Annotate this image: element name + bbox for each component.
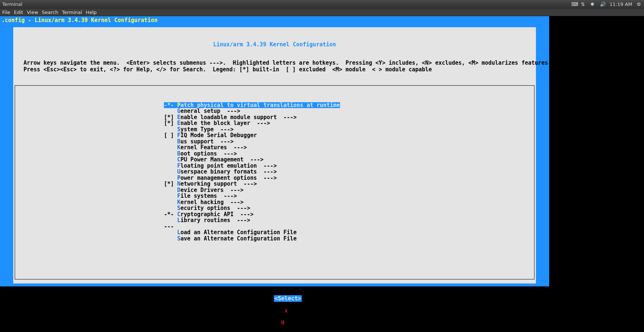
menu-item-prefix: [ ] [164, 132, 177, 139]
menu-item-label: Device Drivers ---> [177, 187, 244, 193]
menu-item-prefix [164, 163, 177, 169]
menu-item-text: ower management options ---> [180, 175, 277, 181]
menu-item[interactable]: CPU Power Management ---> [164, 157, 534, 163]
menu-item-prefix: [*] [164, 120, 177, 126]
menu-item-text: oot options ---> [180, 150, 237, 157]
dialog-buttons: <Select> < Exit > < Help > [13, 290, 536, 332]
menu-item-label: General setup ---> [177, 108, 240, 114]
menu-item-hotkey: C [177, 156, 180, 163]
menu-item[interactable]: --- [164, 224, 534, 230]
gear-icon[interactable]: ⚙ [637, 1, 642, 7]
dialog-help-line-1: Arrow keys navigate the menu. <Enter> se… [13, 60, 536, 67]
select-button[interactable]: <Select> [274, 295, 302, 302]
menu-item-text: ave an Alternate Configuration File [180, 235, 297, 242]
menu-terminal[interactable]: Terminal [62, 10, 82, 15]
menu-item-hotkey: E [177, 120, 180, 126]
menu-item-prefix: -*- [164, 102, 177, 108]
menu-item-hotkey: P [177, 102, 180, 108]
menu-item-hotkey: S [177, 235, 180, 242]
menu-item-label: Enable the block layer ---> [177, 120, 270, 126]
menu-item-label: FIQ Mode Serial Debugger [177, 132, 257, 139]
menu-item-label: Power management options ---> [177, 175, 277, 181]
menu-item-text: ile systems ---> [180, 193, 237, 199]
volume-icon[interactable]: 🔊 [600, 1, 605, 7]
menu-item-prefix [164, 199, 177, 206]
keyboard-icon[interactable]: ⌨ [571, 1, 576, 7]
menu-item-hotkey: P [177, 175, 180, 181]
menu-item-hotkey: U [177, 168, 180, 175]
menuconfig-dialog: Linux/arm 3.4.39 Kernel Configuration Ar… [13, 27, 536, 283]
menu-box: -*- Patch physical to virtual translatio… [15, 85, 534, 279]
clock[interactable]: 11:19 AM [609, 1, 632, 7]
menu-item-text: etworking support ---> [180, 181, 257, 187]
menu-item-label: File systems ---> [177, 193, 237, 199]
menu-item-hotkey: K [177, 199, 180, 206]
menu-item[interactable]: -*- Patch physical to virtual translatio… [164, 102, 534, 108]
menu-item[interactable]: Floating point emulation ---> [164, 163, 534, 169]
menu-item[interactable]: Kernel Features ---> [164, 144, 534, 151]
menu-item-label: Load an Alternate Configuration File [177, 229, 297, 236]
menu-item-hotkey: E [177, 114, 180, 121]
menu-item-text: nable loadable module support ---> [180, 114, 297, 121]
menu-item-text: atch physical to virtual translations at… [180, 102, 340, 108]
menu-item[interactable]: Device Drivers ---> [164, 187, 534, 193]
menu-item-label: Save an Alternate Configuration File [177, 236, 297, 242]
menu-item-prefix [164, 175, 177, 181]
menu-item[interactable]: Kernel hacking ---> [164, 199, 534, 206]
menu-item-hotkey: L [177, 217, 180, 224]
menu-file[interactable]: File [2, 10, 10, 15]
menu-search[interactable]: Search [42, 10, 58, 15]
menu-item-prefix [164, 169, 177, 175]
menu-item-prefix [164, 144, 177, 151]
menuconfig-frame: .config - Linux/arm 3.4.39 Kernel Config… [0, 16, 549, 286]
menu-item-prefix [164, 217, 177, 224]
menu-item[interactable]: Library routines ---> [164, 217, 534, 224]
menu-item-hotkey: B [177, 138, 180, 145]
exit-button[interactable]: < Exit > [274, 307, 302, 314]
menu-view[interactable]: View [27, 10, 38, 15]
terminal-area[interactable]: .config - Linux/arm 3.4.39 Kernel Config… [0, 16, 644, 332]
menu-item-hotkey: F [177, 193, 180, 199]
menu-item[interactable]: [*] Enable loadable module support ---> [164, 114, 534, 121]
menu-item-text: loating point emulation ---> [180, 163, 277, 169]
menu-item[interactable]: Security options ---> [164, 205, 534, 211]
menu-item[interactable]: General setup ---> [164, 108, 534, 114]
menu-item-hotkey: D [177, 187, 180, 193]
menu-item-text: ecurity options ---> [180, 205, 250, 211]
menu-item-label: Kernel Features ---> [177, 144, 247, 151]
menu-item[interactable]: Save an Alternate Configuration File [164, 236, 534, 242]
window-titlebar: Terminal ⌨ ⇅ ✱ 🔊 11:19 AM ⚙ [0, 0, 644, 8]
menu-edit[interactable]: Edit [14, 10, 23, 15]
menu-item-label: Kernel hacking ---> [177, 199, 244, 206]
menu-item[interactable]: [*] Enable the block layer ---> [164, 120, 534, 126]
menu-item[interactable]: System Type ---> [164, 126, 534, 133]
menu-item-label: Bus support ---> [177, 139, 234, 145]
menu-item-prefix [164, 193, 177, 199]
menu-item[interactable]: Load an Alternate Configuration File [164, 229, 534, 236]
menu-item[interactable]: Bus support ---> [164, 139, 534, 145]
menu-item-hotkey: F [177, 132, 180, 139]
menu-item-label: Cryptographic API ---> [177, 211, 254, 218]
menu-item-prefix: [*] [164, 181, 177, 187]
menu-item[interactable]: [ ] FIQ Mode Serial Debugger [164, 132, 534, 139]
menu-item-prefix: -*- [164, 211, 177, 218]
menu-item-text: evice Drivers ---> [180, 187, 244, 193]
menu-item[interactable]: File systems ---> [164, 193, 534, 199]
menu-list[interactable]: -*- Patch physical to virtual translatio… [164, 102, 534, 242]
menu-item-label: Floating point emulation ---> [177, 163, 277, 169]
network-icon[interactable]: ⇅ [581, 1, 586, 7]
menu-item[interactable]: -*- Cryptographic API ---> [164, 211, 534, 218]
menu-item-label: Enable loadable module support ---> [177, 114, 297, 121]
menu-item[interactable]: Userspace binary formats ---> [164, 169, 534, 175]
menu-item-label: System Type ---> [177, 126, 234, 133]
menu-item[interactable]: Boot options ---> [164, 151, 534, 157]
menu-help[interactable]: Help [86, 10, 97, 15]
dialog-help-line-2: Press <Esc><Esc> to exit, <?> for Help, … [13, 67, 536, 74]
bluetooth-icon[interactable]: ✱ [590, 1, 595, 7]
menu-item[interactable]: [*] Networking support ---> [164, 181, 534, 187]
menu-item-prefix [164, 126, 177, 133]
system-tray: ⌨ ⇅ ✱ 🔊 11:19 AM ⚙ [571, 1, 642, 7]
help-button[interactable]: < Help > [274, 319, 302, 326]
menu-item[interactable]: Power management options ---> [164, 175, 534, 181]
menu-item-prefix [164, 236, 177, 242]
